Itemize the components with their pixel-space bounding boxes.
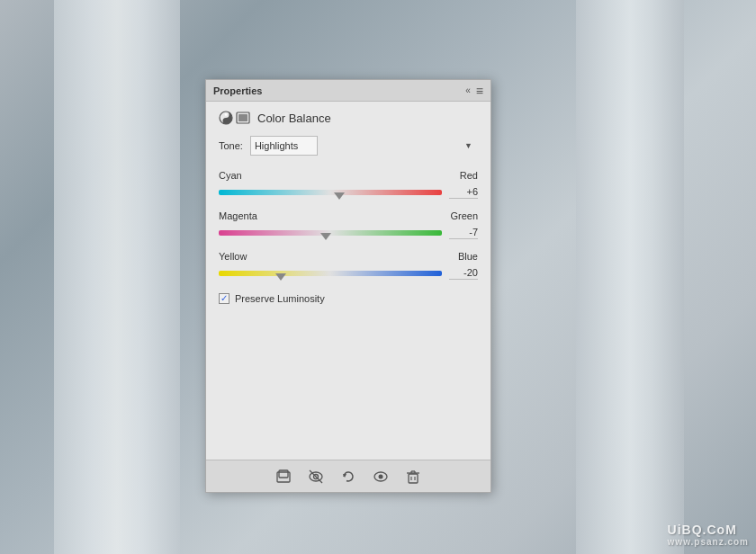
tone-select-wrapper: Shadows Midtones Highlights bbox=[250, 136, 478, 156]
panel-footer bbox=[206, 460, 490, 492]
slider-yellow-blue-value: -20 bbox=[449, 267, 478, 280]
delete-icon[interactable] bbox=[404, 468, 422, 486]
slider-magenta-green: Magenta Green -7 bbox=[219, 210, 478, 242]
svg-rect-4 bbox=[238, 114, 248, 121]
slider-cyan-red: Cyan Red +6 bbox=[219, 170, 478, 201]
svg-rect-13 bbox=[409, 474, 418, 483]
label-cyan: Cyan bbox=[219, 170, 242, 181]
slider-magenta-green-value: -7 bbox=[449, 227, 478, 239]
preserve-luminosity-checkbox[interactable]: ✓ bbox=[219, 293, 230, 304]
menu-icon[interactable]: ≡ bbox=[476, 84, 483, 98]
checkbox-check: ✓ bbox=[220, 294, 228, 303]
tone-label: Tone: bbox=[219, 140, 243, 151]
panel-title: Properties bbox=[213, 85, 262, 96]
slider-thumb[interactable] bbox=[320, 233, 331, 244]
panel-titlebar: Properties « ≡ bbox=[206, 80, 490, 102]
svg-rect-6 bbox=[279, 470, 288, 478]
slider-cyan-red-row: +6 bbox=[219, 183, 478, 201]
tone-select[interactable]: Shadows Midtones Highlights bbox=[250, 136, 318, 156]
slider-cyan-red-track[interactable] bbox=[219, 183, 442, 201]
preserve-luminosity-label: Preserve Luminosity bbox=[235, 293, 325, 304]
panel-header-row: Color Balance bbox=[219, 111, 478, 125]
label-magenta: Magenta bbox=[219, 210, 257, 221]
svg-point-1 bbox=[225, 113, 227, 115]
slider-magenta-green-row: -7 bbox=[219, 224, 478, 242]
label-blue: Blue bbox=[458, 251, 478, 262]
slider-yellow-blue-row: -20 bbox=[219, 264, 478, 282]
label-green: Green bbox=[450, 210, 478, 221]
bg-pillar-left bbox=[54, 0, 180, 554]
bg-pillar-right bbox=[576, 0, 684, 554]
titlebar-controls: « ≡ bbox=[465, 84, 483, 98]
slider-thumb[interactable] bbox=[334, 192, 345, 203]
slider-track-gradient bbox=[219, 190, 442, 195]
slider-yellow-blue: Yellow Blue -20 bbox=[219, 251, 478, 282]
adjustment-icon bbox=[219, 111, 233, 125]
section-title: Color Balance bbox=[257, 112, 331, 125]
slider-track-gradient bbox=[219, 271, 442, 276]
watermark-line1: UiBQ.CoM bbox=[668, 523, 749, 537]
reset-icon[interactable] bbox=[339, 468, 357, 486]
view-previous-icon[interactable] bbox=[307, 468, 325, 486]
eye-icon[interactable] bbox=[372, 468, 390, 486]
slider-cyan-red-value: +6 bbox=[449, 186, 478, 199]
svg-point-2 bbox=[225, 120, 227, 121]
adj-icons bbox=[219, 111, 250, 125]
watermark: UiBQ.CoM www.psanz.com bbox=[668, 523, 749, 547]
label-yellow: Yellow bbox=[219, 251, 247, 262]
slider-magenta-green-track[interactable] bbox=[219, 224, 442, 242]
svg-point-12 bbox=[379, 474, 383, 478]
label-red: Red bbox=[460, 170, 478, 181]
slider-magenta-green-labels: Magenta Green bbox=[219, 210, 478, 221]
slider-yellow-blue-labels: Yellow Blue bbox=[219, 251, 478, 262]
properties-panel: Properties « ≡ bbox=[205, 79, 491, 493]
slider-thumb[interactable] bbox=[275, 273, 286, 284]
clip-to-layer-icon[interactable] bbox=[274, 468, 292, 486]
tone-row: Tone: Shadows Midtones Highlights bbox=[219, 136, 478, 156]
panel-body: Color Balance Tone: Shadows Midtones Hig… bbox=[206, 102, 490, 460]
layer-icon bbox=[236, 111, 250, 125]
collapse-button[interactable]: « bbox=[465, 85, 471, 95]
slider-cyan-red-labels: Cyan Red bbox=[219, 170, 478, 181]
slider-yellow-blue-track[interactable] bbox=[219, 264, 442, 282]
watermark-line2: www.psanz.com bbox=[668, 537, 749, 547]
preserve-luminosity-row: ✓ Preserve Luminosity bbox=[219, 293, 478, 304]
